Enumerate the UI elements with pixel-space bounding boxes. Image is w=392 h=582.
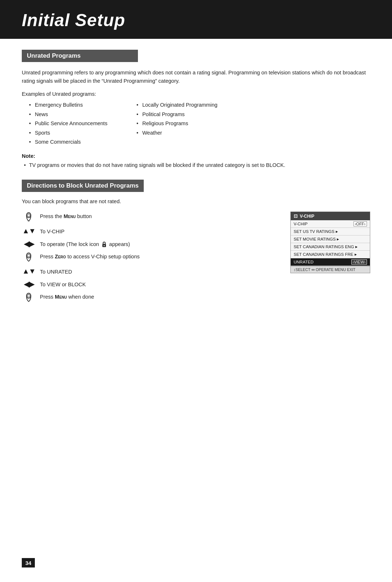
step-row-1: Press the Menu button [22, 212, 276, 223]
list-item: Political Programs [136, 110, 217, 119]
list-item: Weather [136, 128, 217, 138]
tv-menu-row-label: V-CHIP [294, 222, 307, 226]
examples-list1: Emergency Bulletins News Public Service … [29, 101, 107, 147]
tv-menu-row-value: ‹VIEW› [351, 259, 367, 265]
step-text-1: Press the Menu button [40, 212, 92, 220]
list-item: Religious Programs [136, 119, 217, 128]
directions-intro: You can block programs that are not rate… [22, 198, 370, 204]
note-text: TV programs or movies that do not have r… [22, 161, 370, 169]
step-row-4: Press Zero to access V-Chip setup option… [22, 252, 276, 263]
note-label: Note: [22, 153, 370, 159]
section-directions: Directions to Block Unrated Programs You… [22, 180, 370, 307]
hand-icon-2 [22, 252, 36, 263]
page-number: 34 [22, 558, 35, 567]
step-row-7: Press Menu when done [22, 292, 276, 304]
step-text-4: Press Zero to access V-Chip setup option… [40, 252, 140, 261]
svg-point-11 [28, 295, 29, 295]
tv-menu-row-label: SET US TV RATINGS ▸ [294, 229, 338, 234]
tv-menu-row-ustvratings: SET US TV RATINGS ▸ [291, 228, 370, 235]
tv-menu-footer: ↕SELECT ⇔ OPERATE MENU EXIT [291, 266, 370, 273]
section1-heading: Unrated Programs [22, 50, 138, 62]
svg-point-3 [28, 214, 29, 215]
list-item: Sports [29, 128, 107, 138]
list-item: Locally Originated Programming [136, 101, 217, 110]
tv-menu-row-label: UNRATED [294, 260, 314, 264]
examples-col2: Locally Originated Programming Political… [136, 101, 217, 147]
main-content: Unrated Programs Unrated programming ref… [0, 50, 392, 329]
tv-menu-screenshot: V-CHIP V-CHIP ‹OFF› SET US TV RATINGS ▸ … [290, 212, 370, 273]
step-row-5: ▲▼ To UNRATED [22, 267, 276, 276]
svg-point-8 [28, 254, 29, 255]
updown-arrow-icon-2: ▲▼ [22, 267, 36, 275]
step-text-6: To VIEW or BLOCK [40, 280, 86, 288]
directions-steps: Press the Menu button ▲▼ To V-CHIP ◀▶ [22, 212, 276, 307]
section-unrated-programs: Unrated Programs Unrated programming ref… [22, 50, 370, 169]
tv-menu-row-value: ‹OFF› [354, 221, 367, 226]
tv-menu-row-label: SET CANADIAN RATINGS FRE ▸ [294, 252, 357, 257]
examples-col1: Emergency Bulletins News Public Service … [29, 101, 107, 147]
leftright-arrow-icon-2: ◀▶ [22, 280, 36, 288]
step-row-6: ◀▶ To VIEW or BLOCK [22, 280, 276, 288]
step-row-2: ▲▼ To V-CHIP [22, 227, 276, 235]
tv-menu-row-canfre: SET CANADIAN RATINGS FRE ▸ [291, 251, 370, 258]
updown-arrow-icon-1: ▲▼ [22, 227, 36, 235]
list-item: Emergency Bulletins [29, 101, 107, 110]
step-row-3: ◀▶ To operate (The lock icon appears) [22, 239, 276, 248]
tv-menu-row-movieratings: SET MOVIE RATINGS ▸ [291, 235, 370, 243]
examples-columns: Emergency Bulletins News Public Service … [29, 101, 370, 147]
section2-heading: Directions to Block Unrated Programs [22, 180, 144, 192]
examples-list2: Locally Originated Programming Political… [136, 101, 217, 138]
section1-intro: Unrated programming refers to any progra… [22, 69, 370, 85]
page-title: Initial Setup [22, 10, 370, 30]
step-text-7: Press Menu when done [40, 292, 94, 301]
list-item: Some Commercials [29, 138, 107, 147]
hand-icon-3 [22, 292, 36, 304]
examples-label: Examples of Unrated programs: [22, 91, 370, 97]
step-text-3: To operate (The lock icon appears) [40, 239, 130, 248]
step-text-5: To UNRATED [40, 267, 72, 276]
svg-point-5 [103, 245, 105, 246]
directions-layout: Press the Menu button ▲▼ To V-CHIP ◀▶ [22, 212, 370, 307]
hand-icon-1 [22, 212, 36, 223]
page-header: Initial Setup [0, 0, 392, 39]
tv-menu-row-label: SET CANADIAN RATINGS ENG ▸ [294, 244, 358, 249]
tv-menu-row-label: SET MOVIE RATINGS ▸ [294, 237, 339, 242]
tv-menu-title: V-CHIP [291, 212, 370, 220]
leftright-arrow-icon-1: ◀▶ [22, 239, 36, 248]
list-item: News [29, 110, 107, 119]
list-item: Public Service Announcements [29, 119, 107, 128]
tv-menu-row-unrated: UNRATED ‹VIEW› [291, 258, 370, 266]
note-section: Note: TV programs or movies that do not … [22, 153, 370, 169]
tv-menu-row-caneng: SET CANADIAN RATINGS ENG ▸ [291, 243, 370, 251]
tv-menu-row-vchip: V-CHIP ‹OFF› [291, 220, 370, 228]
svg-rect-1 [28, 220, 30, 222]
step-text-2: To V-CHIP [40, 227, 65, 235]
